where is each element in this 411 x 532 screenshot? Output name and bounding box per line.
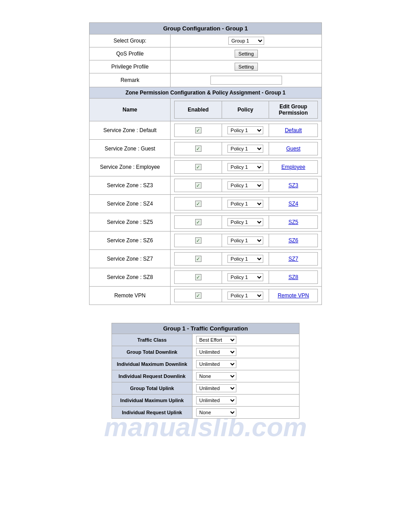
traffic-config-title: Group 1 - Traffic Configuration bbox=[112, 323, 300, 334]
zone-table-row: Service Zone : SZ7✓Policy 1SZ7 bbox=[90, 250, 322, 268]
col-headers-cell: Enabled Policy Edit Group Permission bbox=[171, 99, 322, 121]
zone-enabled-cell: ✓ bbox=[175, 234, 222, 247]
zone-name-cell: Service Zone : SZ3 bbox=[90, 176, 171, 195]
traffic-value-select[interactable]: Unlimited bbox=[196, 384, 236, 392]
zone-policy-select[interactable]: Policy 1 bbox=[227, 255, 263, 263]
zone-policy-cell: Policy 1 bbox=[222, 142, 269, 155]
zone-policy-select[interactable]: Policy 1 bbox=[227, 163, 263, 171]
traffic-value-select[interactable]: None bbox=[196, 372, 236, 380]
zone-name-cell: Service Zone : SZ8 bbox=[90, 268, 171, 287]
zone-data-cell: ✓Policy 1Default bbox=[171, 121, 322, 140]
zone-checkbox[interactable]: ✓ bbox=[195, 274, 201, 280]
zone-edit-link[interactable]: SZ6 bbox=[288, 237, 298, 244]
traffic-label-cell: Group Total Downlink bbox=[112, 346, 193, 358]
zone-data-cell: ✓Policy 1SZ3 bbox=[171, 176, 322, 195]
zone-table-row: Service Zone : SZ6✓Policy 1SZ6 bbox=[90, 232, 322, 250]
zone-enabled-cell: ✓ bbox=[175, 197, 222, 210]
traffic-rows-container: Traffic ClassBest EffortGroup Total Down… bbox=[112, 334, 300, 419]
zone-edit-cell: Employee bbox=[269, 161, 318, 174]
zone-name-cell: Service Zone : Guest bbox=[90, 140, 171, 158]
traffic-label-cell: Individual Maximum Uplink bbox=[112, 395, 193, 407]
zone-edit-link[interactable]: Guest bbox=[286, 146, 300, 152]
traffic-value-select[interactable]: Unlimited bbox=[196, 348, 236, 356]
traffic-label-cell: Individual Request Uplink bbox=[112, 407, 193, 419]
zone-edit-link[interactable]: SZ7 bbox=[288, 256, 298, 262]
zone-policy-cell: Policy 1 bbox=[222, 271, 269, 284]
traffic-value-select[interactable]: None bbox=[196, 408, 236, 416]
zone-policy-cell: Policy 1 bbox=[222, 161, 269, 174]
zone-checkbox[interactable]: ✓ bbox=[195, 256, 201, 262]
zone-edit-link[interactable]: Remote VPN bbox=[278, 292, 309, 299]
zone-policy-cell: Policy 1 bbox=[222, 179, 269, 192]
traffic-label-cell: Individual Maximum Downlink bbox=[112, 358, 193, 370]
zone-policy-select[interactable]: Policy 1 bbox=[227, 236, 263, 245]
group-config-table: Group Configuration - Group 1 Select Gro… bbox=[89, 22, 322, 305]
zone-checkbox[interactable]: ✓ bbox=[195, 127, 201, 133]
zone-checkbox[interactable]: ✓ bbox=[195, 164, 201, 170]
traffic-value-cell: Unlimited bbox=[193, 395, 300, 407]
traffic-table-row: Individual Request DownlinkNone bbox=[112, 370, 300, 382]
traffic-value-cell: Unlimited bbox=[193, 358, 300, 370]
zone-checkbox[interactable]: ✓ bbox=[195, 219, 201, 225]
zone-table-row: Service Zone : SZ4✓Policy 1SZ4 bbox=[90, 195, 322, 213]
zone-edit-link[interactable]: Default bbox=[285, 127, 302, 133]
traffic-value-cell: Unlimited bbox=[193, 346, 300, 358]
zone-table-row: Service Zone : Employee✓Policy 1Employee bbox=[90, 158, 322, 176]
qos-profile-label: QoS Profile bbox=[90, 47, 171, 60]
zone-enabled-cell: ✓ bbox=[175, 161, 222, 174]
privilege-setting-button[interactable]: Setting bbox=[235, 63, 258, 71]
zone-policy-cell: Policy 1 bbox=[222, 216, 269, 229]
zone-edit-link[interactable]: SZ5 bbox=[288, 219, 298, 225]
zone-checkbox[interactable]: ✓ bbox=[195, 146, 201, 152]
zone-checkbox[interactable]: ✓ bbox=[195, 237, 201, 244]
zone-policy-select[interactable]: Policy 1 bbox=[227, 273, 263, 281]
zone-enabled-cell: ✓ bbox=[175, 179, 222, 192]
zone-enabled-cell: ✓ bbox=[175, 124, 222, 137]
zone-edit-link[interactable]: Employee bbox=[281, 164, 305, 170]
traffic-table-row: Traffic ClassBest Effort bbox=[112, 334, 300, 346]
traffic-value-cell: None bbox=[193, 370, 300, 382]
zone-edit-cell: SZ3 bbox=[269, 179, 318, 192]
zone-table-row: Service Zone : Guest✓Policy 1Guest bbox=[90, 140, 322, 158]
zone-edit-cell: SZ8 bbox=[269, 271, 318, 284]
zone-policy-select[interactable]: Policy 1 bbox=[227, 126, 263, 134]
zone-table-row: Service Zone : SZ8✓Policy 1SZ8 bbox=[90, 268, 322, 287]
zone-policy-select[interactable]: Policy 1 bbox=[227, 292, 263, 300]
zone-table-row: Remote VPN✓Policy 1Remote VPN bbox=[90, 287, 322, 305]
zone-data-cell: ✓Policy 1SZ7 bbox=[171, 250, 322, 268]
zone-edit-link[interactable]: SZ3 bbox=[288, 182, 298, 189]
select-group-dropdown[interactable]: Group 1 bbox=[228, 37, 264, 45]
zone-name-cell: Remote VPN bbox=[90, 287, 171, 305]
remark-label: Remark bbox=[90, 73, 171, 87]
traffic-label-cell: Group Total Uplink bbox=[112, 382, 193, 395]
remark-input[interactable] bbox=[210, 76, 282, 85]
select-group-label: Select Group: bbox=[90, 34, 171, 47]
qos-setting-button[interactable]: Setting bbox=[235, 50, 258, 58]
zone-checkbox[interactable]: ✓ bbox=[195, 182, 201, 189]
zone-enabled-cell: ✓ bbox=[175, 216, 222, 229]
zone-policy-select[interactable]: Policy 1 bbox=[227, 218, 263, 226]
zone-checkbox[interactable]: ✓ bbox=[195, 292, 201, 299]
zone-edit-cell: Guest bbox=[269, 142, 318, 155]
zone-policy-select[interactable]: Policy 1 bbox=[227, 181, 263, 189]
privilege-profile-label: Privilege Profile bbox=[90, 60, 171, 73]
zone-edit-link[interactable]: SZ4 bbox=[288, 201, 298, 207]
zone-edit-cell: SZ5 bbox=[269, 216, 318, 229]
zone-edit-cell: Default bbox=[269, 124, 318, 137]
traffic-value-select[interactable]: Unlimited bbox=[196, 360, 236, 368]
zone-name-cell: Service Zone : SZ5 bbox=[90, 213, 171, 232]
zone-enabled-cell: ✓ bbox=[175, 142, 222, 155]
zone-edit-cell: SZ6 bbox=[269, 234, 318, 247]
qos-profile-cell: Setting bbox=[171, 47, 322, 60]
zone-checkbox[interactable]: ✓ bbox=[195, 201, 201, 207]
traffic-value-select[interactable]: Best Effort bbox=[196, 336, 236, 344]
traffic-table-row: Group Total DownlinkUnlimited bbox=[112, 346, 300, 358]
traffic-table-row: Group Total UplinkUnlimited bbox=[112, 382, 300, 395]
zone-policy-select[interactable]: Policy 1 bbox=[227, 200, 263, 208]
zone-edit-link[interactable]: SZ8 bbox=[288, 274, 298, 280]
zone-policy-cell: Policy 1 bbox=[222, 124, 269, 137]
zone-enabled-cell: ✓ bbox=[175, 289, 222, 302]
traffic-value-select[interactable]: Unlimited bbox=[196, 396, 236, 404]
zone-name-cell: Service Zone : SZ6 bbox=[90, 232, 171, 250]
zone-policy-select[interactable]: Policy 1 bbox=[227, 145, 263, 153]
